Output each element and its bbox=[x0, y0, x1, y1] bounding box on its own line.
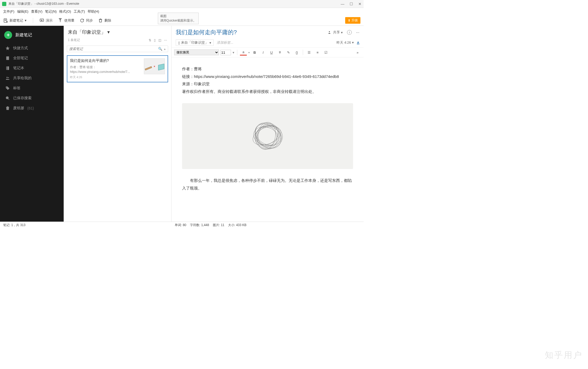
sync-icon bbox=[80, 18, 84, 23]
status-words: 单词: 80 bbox=[175, 223, 186, 227]
number-list-button[interactable]: ≡ bbox=[314, 49, 321, 56]
sidebar-trash[interactable]: 废纸篓 (61) bbox=[0, 103, 64, 113]
search-icon[interactable]: 🔍 bbox=[158, 47, 162, 51]
expand-toolbar-button[interactable]: » bbox=[354, 49, 361, 56]
chevron-up-icon[interactable]: ▴ bbox=[164, 47, 166, 51]
people-icon bbox=[5, 76, 10, 81]
svg-rect-3 bbox=[6, 56, 9, 60]
editor-body[interactable]: 作者：曹将 链接：https://www.yinxiang.com/everhu… bbox=[172, 57, 364, 222]
sync-button[interactable]: 同步 bbox=[80, 18, 93, 23]
note-list-header: 来自「印象识堂」 ▾ 1 条笔记 ⇅ ▯ ◫ ⋯ bbox=[64, 26, 171, 44]
text-color-icon[interactable]: A bbox=[357, 41, 359, 45]
star-icon bbox=[5, 46, 10, 51]
sidebar-new-note[interactable]: + 新建笔记 bbox=[4, 31, 59, 39]
notebook-selector[interactable]: ▯ 来自「印象识堂」 ▾ bbox=[176, 39, 214, 46]
svg-point-5 bbox=[7, 77, 8, 78]
more-icon[interactable]: ⋯ bbox=[356, 31, 359, 34]
status-chars: 字符数: 1,448 bbox=[190, 223, 209, 227]
search-input[interactable] bbox=[69, 47, 158, 51]
present-button[interactable]: 演示 bbox=[39, 18, 53, 23]
modified-time[interactable]: 昨天 4:26 ▾ bbox=[336, 40, 354, 45]
svg-point-2 bbox=[60, 19, 61, 20]
menu-format[interactable]: 格式(O) bbox=[59, 9, 71, 14]
chevron-down-icon[interactable]: ▾ bbox=[248, 51, 250, 54]
plus-icon: + bbox=[4, 31, 12, 39]
notes-icon bbox=[5, 56, 10, 61]
present-icon bbox=[39, 18, 44, 23]
strikethrough-button[interactable]: T bbox=[277, 49, 283, 56]
antenna-icon bbox=[58, 18, 63, 23]
new-note-button[interactable]: 新建笔记 ▾ bbox=[3, 18, 27, 23]
menu-help[interactable]: 帮助(H) bbox=[88, 9, 99, 14]
chevron-down-icon: ▾ bbox=[25, 18, 27, 22]
font-size-input[interactable] bbox=[220, 50, 231, 55]
italic-button[interactable]: I bbox=[260, 49, 267, 56]
up-arrow-icon: ⬆ bbox=[348, 19, 350, 22]
notebook-icon bbox=[5, 66, 10, 71]
body-line: 来源：印象识堂 bbox=[182, 80, 353, 88]
close-button[interactable]: ✕ bbox=[358, 2, 361, 6]
note-list-panel: 来自「印象识堂」 ▾ 1 条笔记 ⇅ ▯ ◫ ⋯ 🔍 ▴ 我们是如何走向平庸的?… bbox=[64, 26, 172, 222]
chevron-down-icon: ▾ bbox=[107, 29, 110, 35]
menu-note[interactable]: 笔记(N) bbox=[45, 9, 57, 14]
status-bar: 笔记: 1，共 313 单词: 80 字符数: 1,448 图片: 11 大小:… bbox=[0, 222, 364, 228]
maximize-button[interactable]: ☐ bbox=[350, 2, 353, 6]
menu-file[interactable]: 文件(F) bbox=[3, 9, 14, 14]
embedded-image bbox=[182, 103, 353, 169]
text-color-button[interactable]: a bbox=[240, 49, 247, 56]
editor-header: 我们是如何走向平庸的? 共享 ▾ i ⋯ bbox=[172, 26, 364, 38]
sidebar-all-notes[interactable]: 全部笔记 bbox=[0, 53, 64, 63]
sidebar: + 新建笔记 快捷方式 全部笔记 笔记本 共享给我的 标签 已保存搜索 bbox=[0, 26, 64, 222]
usage-button[interactable]: 使用量 bbox=[58, 18, 74, 23]
scribble-image bbox=[244, 112, 291, 160]
svg-point-17 bbox=[250, 119, 282, 152]
plus-note-icon bbox=[3, 18, 8, 23]
status-images: 图片: 11 bbox=[213, 223, 224, 227]
list-view-icon[interactable]: ▯ bbox=[154, 38, 156, 42]
svg-point-6 bbox=[8, 77, 9, 78]
sort-icon[interactable]: ⇅ bbox=[149, 38, 151, 42]
upgrade-button[interactable]: ⬆ 升级 bbox=[345, 17, 360, 24]
checkbox-button[interactable]: ☑ bbox=[323, 49, 329, 56]
note-title[interactable]: 我们是如何走向平庸的? bbox=[176, 28, 237, 36]
menu-edit[interactable]: 编辑(E) bbox=[17, 9, 28, 14]
svg-point-9 bbox=[329, 31, 330, 32]
svg-point-8 bbox=[6, 97, 8, 99]
tag-icon bbox=[5, 86, 10, 91]
body-line: 著作权归作者所有。商业转载请联系作者获得授权，非商业转载请注明出处。 bbox=[182, 88, 353, 96]
menu-tools[interactable]: 工具(T) bbox=[74, 9, 85, 14]
bullet-list-button[interactable]: ☰ bbox=[306, 49, 313, 56]
add-tag[interactable]: 添加标签... bbox=[217, 40, 333, 45]
sidebar-shared[interactable]: 共享给我的 bbox=[0, 73, 64, 83]
svg-rect-4 bbox=[6, 66, 9, 70]
note-thumbnail bbox=[144, 58, 165, 74]
underline-button[interactable]: U bbox=[268, 49, 275, 56]
menu-view[interactable]: 查看(V) bbox=[31, 9, 42, 14]
more-icon[interactable]: ⋯ bbox=[164, 38, 167, 42]
main: + 新建笔记 快捷方式 全部笔记 笔记本 共享给我的 标签 已保存搜索 bbox=[0, 26, 364, 222]
share-button[interactable]: 共享 ▾ bbox=[328, 30, 343, 35]
search-notes[interactable]: 🔍 ▴ bbox=[67, 46, 168, 52]
note-card-title: 我们是如何走向平庸的? bbox=[70, 58, 142, 63]
window-controls: — ☐ ✕ bbox=[341, 2, 361, 6]
note-card-time: 昨天 4:26 bbox=[70, 75, 142, 79]
sidebar-tags[interactable]: 标签 bbox=[0, 83, 64, 93]
minimize-button[interactable]: — bbox=[341, 2, 344, 6]
code-button[interactable]: {} bbox=[293, 49, 300, 56]
quicker-tooltip: 截图 调用Quicker截图和显示。 bbox=[158, 13, 199, 24]
font-select[interactable]: 微软雅黑 bbox=[174, 49, 219, 55]
chevron-down-icon[interactable]: ▾ bbox=[233, 51, 234, 54]
card-view-icon[interactable]: ◫ bbox=[158, 38, 161, 42]
chevron-down-icon: ▾ bbox=[209, 41, 211, 45]
delete-button[interactable]: 删除 bbox=[98, 18, 111, 23]
sidebar-shortcuts[interactable]: 快捷方式 bbox=[0, 43, 64, 53]
svg-point-14 bbox=[250, 119, 286, 153]
bold-button[interactable]: B bbox=[251, 49, 258, 56]
notebook-title[interactable]: 来自「印象识堂」 ▾ bbox=[68, 29, 167, 35]
info-icon[interactable]: i bbox=[347, 30, 352, 35]
sidebar-saved-search[interactable]: 已保存搜索 bbox=[0, 93, 64, 103]
note-card[interactable]: 我们是如何走向平庸的? 作者：曹将 链接：https://www.yinxian… bbox=[67, 55, 168, 82]
titlebar: 来自「印象识堂」 - chusir13@163.com - Evernote —… bbox=[0, 0, 364, 8]
highlight-button[interactable]: ✎ bbox=[285, 49, 292, 56]
sidebar-notebooks[interactable]: 笔记本 bbox=[0, 63, 64, 73]
